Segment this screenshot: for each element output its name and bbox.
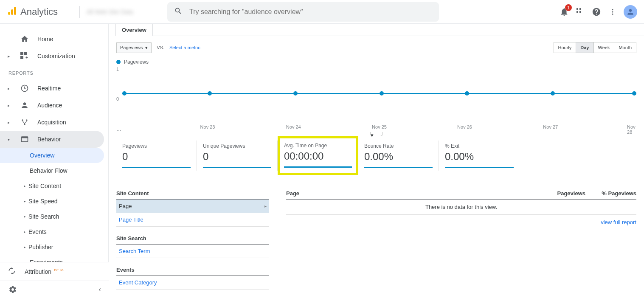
svg-point-16 [26,119,27,121]
chart-line [122,93,636,94]
chart-toolbar: Pageviews ▾ VS. Select a metric Hourly D… [109,36,644,59]
time-month[interactable]: Month [614,42,636,53]
sidebar-item-realtime[interactable]: ▸ Realtime [0,80,108,97]
data-table: Page Pageviews % Pageviews There is no d… [286,188,636,290]
account-selector[interactable]: All Web Site Data [87,8,163,15]
svg-rect-1 [11,9,13,15]
sidebar-sub-site-speed[interactable]: ▸Site Speed [0,194,104,209]
analytics-logo-icon [7,6,17,17]
search-bar[interactable] [167,2,439,22]
sidebar-item-acquisition[interactable]: ▸ Acquisition [0,114,108,131]
metrics-row: Pageviews 0 Unique Pageviews 0 Avg. Time… [109,135,644,175]
dimension-event-category[interactable]: Event Category [116,276,269,290]
logo-area: Analytics [7,6,73,17]
collapse-sidebar-button[interactable]: ‹ [99,286,101,293]
svg-rect-19 [22,137,28,138]
svg-rect-12 [20,56,23,59]
tab-overview[interactable]: Overview [115,24,153,36]
svg-text:+: + [25,55,28,60]
person-icon [20,101,29,110]
col-page: Page [286,190,543,197]
legend-dot [116,60,121,64]
vs-label: VS. [157,45,164,50]
chart-legend: Pageviews [109,59,644,67]
divider [79,6,80,18]
clock-icon [20,84,29,93]
metric-unique-pageviews[interactable]: Unique Pageviews 0 [197,141,278,171]
tab-row: Overview [115,24,644,36]
time-day[interactable]: Day [576,42,593,53]
notifications-button[interactable]: 1 [559,7,569,17]
sidebar-item-customization[interactable]: ▸ + Customization [0,48,108,65]
sidebar-sub-events[interactable]: ▸Events [0,224,104,239]
metric-bounce-rate[interactable]: Bounce Rate 0.00% [358,141,439,171]
brand-label: Analytics [20,6,58,17]
time-granularity-toggle: Hourly Day Week Month [554,42,636,53]
svg-rect-3 [577,8,578,10]
lower-panel: Site Content Page ▸ Page Title Site Sear… [109,175,644,294]
svg-rect-5 [577,11,578,13]
metric-avg-time-on-page[interactable]: Avg. Time on Page 00:00:00 [278,136,358,175]
dimension-page-title[interactable]: Page Title [116,213,269,227]
metric-pageviews[interactable]: Pageviews 0 [116,141,197,171]
sidebar: Home ▸ + Customization REPORTS ▸ Realtim… [0,24,109,298]
sidebar-sub-site-search[interactable]: ▸Site Search [0,209,104,224]
select-metric-link[interactable]: Select a metric [169,45,200,50]
svg-point-17 [24,124,25,125]
col-pct-pageviews: % Pageviews [585,190,636,197]
sidebar-sub-site-content[interactable]: ▸Site Content [0,178,104,194]
legend-label: Pageviews [124,59,149,65]
search-input[interactable] [189,8,432,16]
svg-rect-4 [579,8,581,10]
home-icon [20,35,29,43]
svg-rect-10 [20,52,23,55]
dimension-page[interactable]: Page ▸ [116,200,269,213]
sidebar-sub-behavior-flow[interactable]: Behavior Flow [0,163,104,178]
svg-rect-0 [8,12,10,15]
svg-rect-6 [579,11,581,13]
sidebar-label: Realtime [37,85,61,92]
metric-dropdown[interactable]: Pageviews ▾ [116,42,152,53]
apps-button[interactable] [575,7,585,17]
dimension-list: Site Content Page ▸ Page Title Site Sear… [116,188,269,290]
section-events: Events [116,264,269,276]
reports-label: REPORTS [0,66,108,80]
y-tick-0: 0 [116,96,119,101]
help-button[interactable] [591,7,602,17]
more-button[interactable] [607,7,618,17]
svg-point-9 [612,13,613,14]
svg-rect-11 [24,52,27,55]
view-full-report-link[interactable]: view full report [286,215,636,230]
sidebar-item-behavior[interactable]: ▾ Behavior [0,131,104,148]
y-tick-1: 1 [116,67,119,72]
chart-handle[interactable]: ▾ [370,132,383,136]
sidebar-label: Home [37,36,53,42]
settings-button[interactable] [8,284,18,295]
sidebar-label: Customization [37,53,75,59]
search-icon [174,7,183,17]
sidebar-item-home[interactable]: Home [0,31,108,48]
avatar[interactable] [624,5,637,19]
col-pageviews: Pageviews [543,190,585,197]
x-ellipsis: … [116,126,121,132]
customization-icon: + [20,52,29,60]
acquisition-icon [20,118,29,127]
sidebar-sub-publisher[interactable]: ▸Publisher [0,239,104,255]
svg-point-8 [612,11,613,12]
sidebar-item-attribution[interactable]: Attribution BETA [0,262,109,281]
section-site-search: Site Search [116,233,269,245]
metric-exit[interactable]: % Exit 0.00% [439,141,520,171]
sidebar-label: Acquisition [37,119,66,126]
pageviews-chart[interactable]: 1 0 … Nov 23 Nov 24 Nov 25 Nov 26 Nov 27… [116,67,636,135]
app-header: Analytics All Web Site Data 1 [0,0,644,24]
sidebar-sub-overview[interactable]: Overview [0,148,104,163]
table-header: Page Pageviews % Pageviews [286,188,636,200]
time-week[interactable]: Week [594,42,615,53]
sidebar-item-audience[interactable]: ▸ Audience [0,97,108,114]
no-data-message: There is no data for this view. [286,200,636,215]
notification-badge: 1 [565,4,572,11]
behavior-icon [20,135,29,143]
time-hourly[interactable]: Hourly [554,42,577,53]
sidebar-label: Behavior [37,136,61,143]
dimension-search-term[interactable]: Search Term [116,245,269,258]
